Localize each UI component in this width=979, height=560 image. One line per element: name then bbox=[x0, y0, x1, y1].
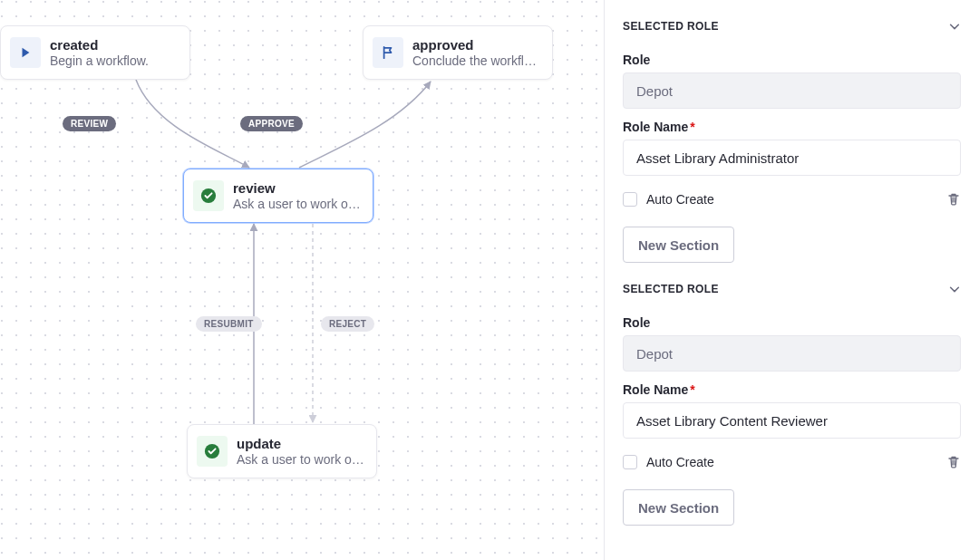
play-icon bbox=[10, 37, 41, 68]
edge-label-reject[interactable]: REJECT bbox=[321, 316, 374, 332]
role-select[interactable] bbox=[623, 335, 961, 372]
edge-label-resubmit[interactable]: RESUBMIT bbox=[196, 316, 262, 332]
check-circle-icon bbox=[193, 180, 224, 211]
node-review[interactable]: review Ask a user to work o… bbox=[183, 169, 373, 223]
auto-create-checkbox[interactable] bbox=[623, 455, 637, 469]
properties-sidebar[interactable]: SELECTED ROLE Role Role Name* Auto Creat… bbox=[604, 0, 979, 560]
node-subtitle: Begin a workflow. bbox=[50, 53, 149, 68]
section-title: SELECTED ROLE bbox=[623, 20, 719, 33]
section-header-selected-role[interactable]: SELECTED ROLE bbox=[623, 0, 961, 42]
auto-create-checkbox[interactable] bbox=[623, 192, 637, 207]
delete-role-button[interactable] bbox=[946, 192, 961, 207]
role-select[interactable] bbox=[623, 72, 961, 109]
node-subtitle: Conclude the workfl… bbox=[412, 53, 537, 68]
section-title: SELECTED ROLE bbox=[623, 283, 719, 295]
node-title: review bbox=[233, 180, 361, 198]
role-name-input[interactable] bbox=[623, 140, 961, 176]
new-section-button[interactable]: New Section bbox=[623, 489, 734, 526]
chevron-down-icon bbox=[948, 283, 961, 295]
label-role-name: Role Name* bbox=[623, 382, 961, 397]
edge-label-review[interactable]: REVIEW bbox=[63, 116, 116, 131]
auto-create-label: Auto Create bbox=[646, 192, 714, 207]
role-name-input[interactable] bbox=[623, 402, 961, 439]
delete-role-button[interactable] bbox=[946, 455, 961, 469]
node-title: created bbox=[50, 37, 149, 54]
node-subtitle: Ask a user to work o… bbox=[237, 452, 364, 467]
trash-icon bbox=[946, 455, 961, 469]
auto-create-label: Auto Create bbox=[646, 455, 714, 469]
node-title: approved bbox=[412, 37, 537, 54]
flag-icon bbox=[373, 37, 403, 68]
trash-icon bbox=[946, 192, 961, 207]
node-created[interactable]: created Begin a workflow. bbox=[0, 25, 190, 80]
chevron-down-icon bbox=[948, 20, 961, 33]
label-role: Role bbox=[623, 315, 961, 330]
node-title: update bbox=[237, 436, 364, 453]
new-section-button[interactable]: New Section bbox=[623, 227, 734, 263]
node-approved[interactable]: approved Conclude the workfl… bbox=[363, 25, 553, 80]
node-subtitle: Ask a user to work o… bbox=[233, 197, 361, 211]
section-header-selected-role[interactable]: SELECTED ROLE bbox=[623, 263, 961, 304]
label-role-name: Role Name* bbox=[623, 120, 961, 134]
check-circle-icon bbox=[197, 436, 228, 467]
label-role: Role bbox=[623, 53, 961, 67]
edge-label-approve[interactable]: APPROVE bbox=[240, 116, 303, 131]
node-update[interactable]: update Ask a user to work o… bbox=[187, 424, 377, 478]
workflow-canvas[interactable]: created Begin a workflow. approved Concl… bbox=[0, 0, 604, 560]
